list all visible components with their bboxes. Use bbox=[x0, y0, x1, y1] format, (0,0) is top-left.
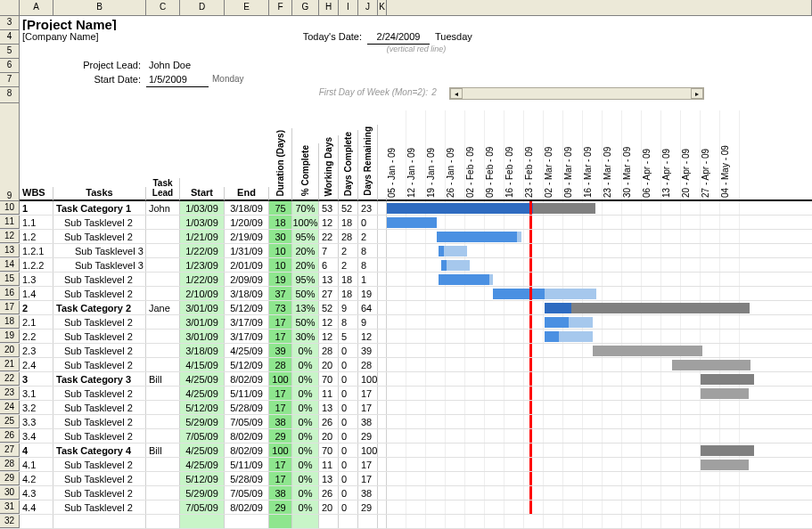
gantt-cell[interactable] bbox=[387, 387, 812, 400]
corner-cell[interactable] bbox=[0, 0, 20, 15]
row-header[interactable]: 26 bbox=[0, 429, 20, 443]
cell-dc[interactable]: 0 bbox=[339, 401, 358, 414]
cell-spacer[interactable] bbox=[378, 330, 387, 343]
row-header[interactable]: 10 bbox=[0, 201, 20, 215]
cell-wd[interactable]: 20 bbox=[319, 358, 339, 371]
col-header-d[interactable]: D bbox=[180, 0, 225, 15]
cell-task[interactable]: Sub Tasklevel 2 bbox=[53, 458, 146, 471]
row-header-4[interactable]: 4 bbox=[0, 30, 20, 45]
gantt-cell[interactable] bbox=[387, 444, 812, 457]
cell-spacer[interactable] bbox=[378, 401, 387, 414]
hdr-wd[interactable]: Working Days bbox=[319, 135, 339, 202]
cell-dc[interactable]: 0 bbox=[339, 387, 358, 400]
row-header[interactable]: 16 bbox=[0, 287, 20, 300]
cell-start[interactable]: 4/25/09 bbox=[180, 458, 225, 471]
cell-spacer[interactable] bbox=[378, 444, 387, 457]
cell-lead[interactable]: Bill bbox=[146, 372, 180, 386]
cell-duration[interactable] bbox=[269, 515, 292, 528]
row-header[interactable]: 23 bbox=[0, 387, 20, 400]
cell-pct[interactable]: 0% bbox=[292, 358, 319, 371]
cell-task[interactable]: Sub Tasklevel 2 bbox=[53, 315, 146, 329]
cell-spacer[interactable] bbox=[378, 244, 387, 257]
cell-wd[interactable]: 70 bbox=[319, 444, 339, 457]
cell-start[interactable]: 4/25/09 bbox=[180, 444, 225, 457]
date-col-header[interactable]: 20 - Apr - 09 bbox=[681, 110, 701, 199]
row-header[interactable]: 22 bbox=[0, 372, 20, 386]
table-row[interactable]: 294.2Sub Tasklevel 25/12/095/28/09170%13… bbox=[0, 472, 812, 486]
cell-wd[interactable]: 28 bbox=[319, 344, 339, 357]
cell-wbs[interactable]: 4 bbox=[20, 444, 53, 457]
date-col-header[interactable]: 13 - Apr - 09 bbox=[661, 110, 681, 199]
cell-dr[interactable]: 39 bbox=[358, 344, 378, 357]
cell-spacer[interactable] bbox=[378, 358, 387, 371]
gantt-bar[interactable] bbox=[701, 374, 754, 385]
row-header-6[interactable]: 6 bbox=[0, 59, 20, 73]
gantt-bar[interactable] bbox=[701, 460, 749, 470]
table-row[interactable]: 151.3Sub Tasklevel 21/22/092/09/091995%1… bbox=[0, 273, 812, 287]
cell-wbs[interactable]: 2.3 bbox=[20, 344, 53, 357]
date-col-header[interactable]: 16 - Mar - 09 bbox=[583, 110, 603, 199]
cell-dc[interactable]: 18 bbox=[339, 216, 358, 229]
scroll-right-icon[interactable]: ▸ bbox=[691, 88, 703, 99]
gantt-bar[interactable] bbox=[533, 203, 595, 214]
cell-spacer[interactable] bbox=[378, 387, 387, 400]
cell-lead[interactable] bbox=[146, 258, 180, 272]
cell-task[interactable]: Sub Tasklevel 3 bbox=[53, 258, 146, 272]
cell-dc[interactable]: 0 bbox=[339, 501, 358, 514]
cell-duration[interactable]: 18 bbox=[269, 216, 292, 229]
date-col-header[interactable]: 09 - Feb - 09 bbox=[485, 110, 504, 199]
cell-dr[interactable]: 100 bbox=[358, 444, 378, 457]
gantt-bar[interactable] bbox=[387, 217, 437, 228]
table-row[interactable]: 223Task Category 3Bill4/25/098/02/091000… bbox=[0, 372, 812, 387]
cell-pct[interactable]: 70% bbox=[292, 201, 319, 215]
cell-wd[interactable]: 52 bbox=[319, 301, 339, 314]
cell-start[interactable]: 1/22/09 bbox=[180, 244, 225, 257]
cell-duration[interactable]: 10 bbox=[269, 258, 292, 272]
row-header[interactable]: 29 bbox=[0, 472, 20, 485]
cell-pct[interactable]: 0% bbox=[292, 444, 319, 457]
cell-start[interactable]: 5/29/09 bbox=[180, 415, 225, 428]
row-header[interactable]: 20 bbox=[0, 344, 20, 357]
cell-spacer[interactable] bbox=[378, 315, 387, 329]
cell-duration[interactable]: 39 bbox=[269, 344, 292, 357]
cell-task[interactable]: Sub Tasklevel 2 bbox=[53, 344, 146, 357]
cell-dr[interactable]: 8 bbox=[358, 258, 378, 272]
col-header-e[interactable]: E bbox=[225, 0, 269, 15]
cell-start[interactable]: 1/03/09 bbox=[180, 201, 225, 215]
gantt-bar[interactable] bbox=[559, 331, 593, 342]
cell-end[interactable]: 2/19/09 bbox=[225, 230, 269, 243]
cell-end[interactable]: 7/05/09 bbox=[225, 486, 269, 500]
hdr-wbs[interactable]: WBS bbox=[20, 187, 53, 201]
cell-start[interactable]: 1/23/09 bbox=[180, 258, 225, 272]
cell-end[interactable]: 2/01/09 bbox=[225, 258, 269, 272]
table-row[interactable]: 284.1Sub Tasklevel 24/25/095/11/09170%11… bbox=[0, 458, 812, 472]
first-day-value[interactable]: 2 bbox=[428, 87, 440, 103]
row-header[interactable]: 27 bbox=[0, 444, 20, 457]
cell-wd[interactable]: 70 bbox=[319, 372, 339, 386]
cell-start[interactable]: 7/05/09 bbox=[180, 429, 225, 443]
col-header-a[interactable]: A bbox=[20, 0, 53, 15]
gantt-cell[interactable] bbox=[387, 258, 812, 272]
gantt-bar[interactable] bbox=[545, 331, 559, 342]
row-header[interactable]: 14 bbox=[0, 258, 20, 272]
row-header[interactable]: 28 bbox=[0, 458, 20, 471]
gantt-cell[interactable] bbox=[387, 344, 812, 357]
gantt-scrollbar[interactable]: ◂ ▸ bbox=[449, 87, 704, 103]
cell-duration[interactable]: 28 bbox=[269, 358, 292, 371]
gantt-bar[interactable] bbox=[439, 274, 489, 285]
cell-wbs[interactable]: 3.2 bbox=[20, 401, 53, 414]
cell-dr[interactable]: 29 bbox=[358, 501, 378, 514]
table-row[interactable]: 192.2Sub Tasklevel 23/01/093/17/091730%1… bbox=[0, 330, 812, 344]
table-row[interactable]: 233.1Sub Tasklevel 24/25/095/11/09170%11… bbox=[0, 387, 812, 401]
gantt-cell[interactable] bbox=[387, 216, 812, 229]
cell-end[interactable]: 8/02/09 bbox=[225, 444, 269, 457]
cell-start[interactable] bbox=[180, 515, 225, 528]
gantt-bar[interactable] bbox=[571, 303, 750, 313]
cell-end[interactable]: 5/28/09 bbox=[225, 472, 269, 485]
cell-dc[interactable]: 0 bbox=[339, 444, 358, 457]
hdr-tasks[interactable]: Tasks bbox=[53, 187, 146, 201]
cell-start[interactable]: 1/03/09 bbox=[180, 216, 225, 229]
cell-dr[interactable]: 19 bbox=[358, 287, 378, 300]
col-header-i[interactable]: I bbox=[339, 0, 358, 15]
cell-task[interactable]: Task Category 4 bbox=[53, 444, 146, 457]
